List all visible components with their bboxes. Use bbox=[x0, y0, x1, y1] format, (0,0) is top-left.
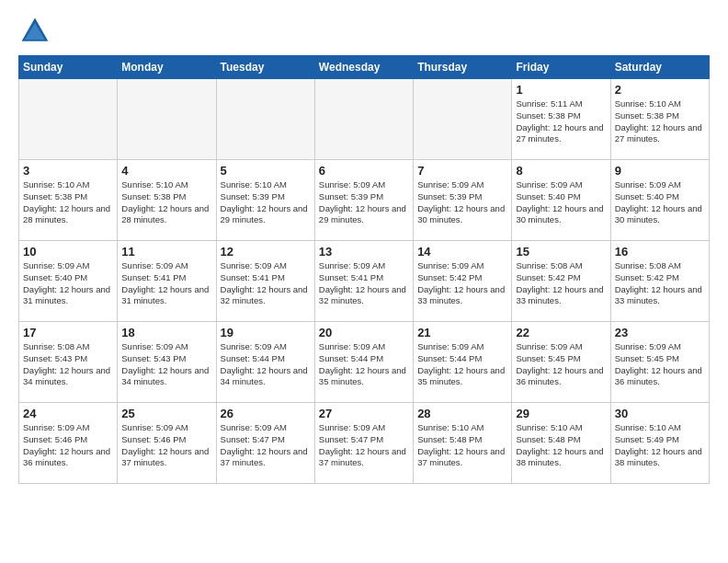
calendar-cell: 18Sunrise: 5:09 AM Sunset: 5:43 PM Dayli… bbox=[118, 322, 216, 403]
calendar-cell: 23Sunrise: 5:09 AM Sunset: 5:45 PM Dayli… bbox=[610, 322, 709, 403]
day-number: 21 bbox=[417, 326, 507, 339]
calendar-cell bbox=[314, 79, 413, 160]
header-row: SundayMondayTuesdayWednesdayThursdayFrid… bbox=[19, 56, 710, 79]
day-info: Sunrise: 5:09 AM Sunset: 5:44 PM Dayligh… bbox=[319, 341, 409, 388]
col-header-tuesday: Tuesday bbox=[216, 56, 314, 79]
calendar-cell: 13Sunrise: 5:09 AM Sunset: 5:41 PM Dayli… bbox=[314, 241, 413, 322]
day-info: Sunrise: 5:09 AM Sunset: 5:44 PM Dayligh… bbox=[221, 341, 311, 388]
day-number: 17 bbox=[23, 326, 113, 339]
day-number: 16 bbox=[615, 245, 705, 259]
week-row-1: 3Sunrise: 5:10 AM Sunset: 5:38 PM Daylig… bbox=[19, 160, 710, 241]
day-info: Sunrise: 5:09 AM Sunset: 5:40 PM Dayligh… bbox=[23, 260, 113, 307]
day-number: 15 bbox=[516, 245, 606, 259]
day-info: Sunrise: 5:09 AM Sunset: 5:46 PM Dayligh… bbox=[121, 422, 211, 469]
day-number: 30 bbox=[615, 407, 705, 420]
day-number: 13 bbox=[319, 245, 409, 259]
day-info: Sunrise: 5:10 AM Sunset: 5:48 PM Dayligh… bbox=[516, 422, 606, 469]
day-info: Sunrise: 5:09 AM Sunset: 5:44 PM Dayligh… bbox=[417, 341, 507, 388]
day-info: Sunrise: 5:10 AM Sunset: 5:38 PM Dayligh… bbox=[23, 179, 113, 226]
day-number: 6 bbox=[319, 164, 409, 178]
calendar-cell: 29Sunrise: 5:10 AM Sunset: 5:48 PM Dayli… bbox=[512, 403, 610, 484]
calendar-cell: 3Sunrise: 5:10 AM Sunset: 5:38 PM Daylig… bbox=[19, 160, 118, 241]
day-number: 9 bbox=[615, 164, 705, 178]
calendar-cell: 12Sunrise: 5:09 AM Sunset: 5:41 PM Dayli… bbox=[216, 241, 314, 322]
col-header-friday: Friday bbox=[512, 56, 610, 79]
day-number: 22 bbox=[516, 326, 606, 339]
calendar-cell: 9Sunrise: 5:09 AM Sunset: 5:40 PM Daylig… bbox=[610, 160, 709, 241]
day-info: Sunrise: 5:10 AM Sunset: 5:49 PM Dayligh… bbox=[615, 422, 705, 469]
day-number: 23 bbox=[615, 326, 705, 339]
page: SundayMondayTuesdayWednesdayThursdayFrid… bbox=[0, 0, 728, 499]
logo bbox=[18, 15, 55, 48]
day-info: Sunrise: 5:09 AM Sunset: 5:40 PM Dayligh… bbox=[516, 179, 606, 226]
col-header-sunday: Sunday bbox=[19, 56, 118, 79]
day-number: 7 bbox=[417, 164, 507, 178]
calendar-cell bbox=[216, 79, 314, 160]
calendar-cell: 24Sunrise: 5:09 AM Sunset: 5:46 PM Dayli… bbox=[19, 403, 118, 484]
col-header-thursday: Thursday bbox=[414, 56, 512, 79]
calendar-cell bbox=[19, 79, 118, 160]
day-info: Sunrise: 5:09 AM Sunset: 5:41 PM Dayligh… bbox=[221, 260, 311, 307]
day-number: 5 bbox=[221, 164, 311, 178]
day-info: Sunrise: 5:10 AM Sunset: 5:48 PM Dayligh… bbox=[417, 422, 507, 469]
day-number: 3 bbox=[23, 164, 113, 178]
calendar-cell: 22Sunrise: 5:09 AM Sunset: 5:45 PM Dayli… bbox=[512, 322, 610, 403]
calendar-cell bbox=[414, 79, 512, 160]
day-info: Sunrise: 5:11 AM Sunset: 5:38 PM Dayligh… bbox=[516, 98, 606, 145]
day-info: Sunrise: 5:09 AM Sunset: 5:47 PM Dayligh… bbox=[221, 422, 311, 469]
day-info: Sunrise: 5:08 AM Sunset: 5:43 PM Dayligh… bbox=[23, 341, 113, 388]
calendar-cell bbox=[118, 79, 216, 160]
calendar-cell: 28Sunrise: 5:10 AM Sunset: 5:48 PM Dayli… bbox=[414, 403, 512, 484]
calendar-cell: 26Sunrise: 5:09 AM Sunset: 5:47 PM Dayli… bbox=[216, 403, 314, 484]
day-number: 26 bbox=[221, 407, 311, 420]
calendar-cell: 10Sunrise: 5:09 AM Sunset: 5:40 PM Dayli… bbox=[19, 241, 118, 322]
calendar-cell: 20Sunrise: 5:09 AM Sunset: 5:44 PM Dayli… bbox=[314, 322, 413, 403]
calendar-cell: 15Sunrise: 5:08 AM Sunset: 5:42 PM Dayli… bbox=[512, 241, 610, 322]
day-info: Sunrise: 5:09 AM Sunset: 5:42 PM Dayligh… bbox=[417, 260, 507, 307]
day-info: Sunrise: 5:08 AM Sunset: 5:42 PM Dayligh… bbox=[516, 260, 606, 307]
day-number: 10 bbox=[23, 245, 113, 259]
day-number: 12 bbox=[221, 245, 311, 259]
week-row-2: 10Sunrise: 5:09 AM Sunset: 5:40 PM Dayli… bbox=[19, 241, 710, 322]
day-info: Sunrise: 5:09 AM Sunset: 5:45 PM Dayligh… bbox=[516, 341, 606, 388]
day-info: Sunrise: 5:10 AM Sunset: 5:38 PM Dayligh… bbox=[615, 98, 705, 145]
calendar-cell: 1Sunrise: 5:11 AM Sunset: 5:38 PM Daylig… bbox=[512, 79, 610, 160]
calendar-cell: 4Sunrise: 5:10 AM Sunset: 5:38 PM Daylig… bbox=[118, 160, 216, 241]
calendar-cell: 27Sunrise: 5:09 AM Sunset: 5:47 PM Dayli… bbox=[314, 403, 413, 484]
day-info: Sunrise: 5:10 AM Sunset: 5:39 PM Dayligh… bbox=[221, 179, 311, 226]
day-number: 25 bbox=[121, 407, 211, 420]
day-number: 18 bbox=[121, 326, 211, 339]
col-header-wednesday: Wednesday bbox=[314, 56, 413, 79]
day-info: Sunrise: 5:09 AM Sunset: 5:46 PM Dayligh… bbox=[23, 422, 113, 469]
calendar-cell: 16Sunrise: 5:08 AM Sunset: 5:42 PM Dayli… bbox=[610, 241, 709, 322]
day-info: Sunrise: 5:09 AM Sunset: 5:45 PM Dayligh… bbox=[615, 341, 705, 388]
header bbox=[18, 15, 710, 48]
day-number: 2 bbox=[615, 83, 705, 97]
day-info: Sunrise: 5:09 AM Sunset: 5:39 PM Dayligh… bbox=[417, 179, 507, 226]
calendar-cell: 14Sunrise: 5:09 AM Sunset: 5:42 PM Dayli… bbox=[414, 241, 512, 322]
calendar-cell: 11Sunrise: 5:09 AM Sunset: 5:41 PM Dayli… bbox=[118, 241, 216, 322]
day-info: Sunrise: 5:09 AM Sunset: 5:40 PM Dayligh… bbox=[615, 179, 705, 226]
day-number: 4 bbox=[121, 164, 211, 178]
day-number: 14 bbox=[417, 245, 507, 259]
calendar-cell: 19Sunrise: 5:09 AM Sunset: 5:44 PM Dayli… bbox=[216, 322, 314, 403]
day-info: Sunrise: 5:09 AM Sunset: 5:41 PM Dayligh… bbox=[121, 260, 211, 307]
week-row-3: 17Sunrise: 5:08 AM Sunset: 5:43 PM Dayli… bbox=[19, 322, 710, 403]
calendar-cell: 7Sunrise: 5:09 AM Sunset: 5:39 PM Daylig… bbox=[414, 160, 512, 241]
day-number: 28 bbox=[417, 407, 507, 420]
day-info: Sunrise: 5:09 AM Sunset: 5:47 PM Dayligh… bbox=[319, 422, 409, 469]
day-number: 20 bbox=[319, 326, 409, 339]
day-number: 8 bbox=[516, 164, 606, 178]
day-number: 27 bbox=[319, 407, 409, 420]
day-info: Sunrise: 5:10 AM Sunset: 5:38 PM Dayligh… bbox=[121, 179, 211, 226]
calendar-cell: 8Sunrise: 5:09 AM Sunset: 5:40 PM Daylig… bbox=[512, 160, 610, 241]
day-info: Sunrise: 5:09 AM Sunset: 5:41 PM Dayligh… bbox=[319, 260, 409, 307]
calendar-cell: 17Sunrise: 5:08 AM Sunset: 5:43 PM Dayli… bbox=[19, 322, 118, 403]
day-number: 24 bbox=[23, 407, 113, 420]
day-number: 1 bbox=[516, 83, 606, 97]
day-info: Sunrise: 5:09 AM Sunset: 5:39 PM Dayligh… bbox=[319, 179, 409, 226]
calendar-cell: 2Sunrise: 5:10 AM Sunset: 5:38 PM Daylig… bbox=[610, 79, 709, 160]
col-header-saturday: Saturday bbox=[610, 56, 709, 79]
calendar-cell: 5Sunrise: 5:10 AM Sunset: 5:39 PM Daylig… bbox=[216, 160, 314, 241]
day-number: 11 bbox=[121, 245, 211, 259]
